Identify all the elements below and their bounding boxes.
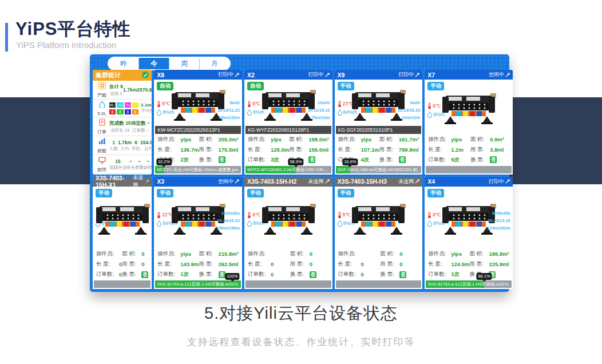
thermometer-icon — [157, 212, 161, 219]
title-accent-bar — [5, 23, 8, 52]
capacity-icon — [94, 81, 109, 92]
device-card: X8 打印中 自动 8℃ 8%rh — [154, 70, 242, 175]
orders-label: 订单数: — [338, 271, 361, 278]
stats-row-cells: 完成数 15 总时长 15 待定数 ~ 订单数 ~ — [109, 120, 150, 133]
ink-value: 799.9ml — [399, 147, 419, 153]
ink-change-badge: 否 — [399, 156, 406, 163]
progress-tooltip: 68.1% — [476, 273, 492, 280]
length-label: 长 度: — [428, 146, 451, 153]
device-status[interactable]: 未连网 — [308, 178, 330, 185]
stats-cell-value: ~ — [126, 159, 135, 164]
area-label: 面 积: — [122, 250, 141, 258]
ink-change-label: 换 墨: — [199, 156, 219, 164]
operator-value: yips — [180, 251, 199, 257]
length-label: 长 度: — [428, 260, 451, 268]
stats-cell-label: 总时长 15 — [109, 128, 130, 133]
device-status[interactable]: 打印中 — [398, 71, 419, 78]
time-tab[interactable]: 周 — [169, 58, 200, 69]
length-label: 长 度: — [338, 146, 361, 153]
ink-change-badge: 否 — [141, 271, 148, 278]
droplet-icon — [427, 220, 432, 227]
mode-badge[interactable]: 手动 — [427, 82, 444, 90]
stats-cell-label: 现场作业 — [109, 165, 126, 171]
stats-row: 5.0L 96.9183.8763.888882.1ml/m²平均墨耗 — [93, 100, 152, 117]
stats-cell-value: ~ — [135, 159, 144, 164]
stats-panel-title: 集群统计 — [96, 71, 121, 80]
area-value: 215.8m² — [219, 251, 239, 257]
orders-value: 1次 — [180, 271, 199, 278]
device-status[interactable]: 打印中 — [489, 178, 510, 185]
page-title: YiPS平台特性 — [15, 17, 131, 41]
side-stat-line: 1h2m42s — [216, 209, 239, 217]
device-status[interactable]: 打印中 — [218, 71, 239, 78]
side-stat-line: 09.34/16.22 — [216, 217, 239, 224]
device-status[interactable]: 打印中 — [308, 71, 330, 78]
ink-label: 用 墨: — [289, 146, 308, 153]
device-info: 操作员: yips 面 积: 0.9m² 长 度: 1.2m 用 墨: 3.8m… — [425, 134, 513, 164]
device-status[interactable]: 空闲中 — [489, 71, 510, 78]
stats-cell: 待定数 ~ 订单数 ~ — [131, 120, 150, 133]
orders-label: 订单数: — [157, 271, 180, 278]
device-card-header: X3 空闲中 — [154, 177, 242, 187]
ink-average: 2.1ml/m²平均墨耗 — [140, 102, 152, 114]
order-icon — [94, 118, 109, 128]
device-info: 操作员: 面 积: 0 长 度: 0 用 墨: 0 订单数: 0 换 墨: 否 — [244, 248, 332, 279]
stats-panel-body: 产能 合计 6 在线 5 1.7km 2570.8m² ~ 平均作业 5.0L … — [93, 81, 152, 175]
side-stat-line: 6m/h — [217, 99, 240, 106]
device-card-header: X3S-7403-15H-H3 未连网 — [335, 177, 423, 187]
caption-title: 5.对接Yili云平台设备状态 — [0, 302, 602, 325]
area-label: 面 积: — [289, 136, 308, 143]
mode-badge[interactable]: 手动 — [338, 189, 354, 197]
stats-cell-value: 6 — [132, 140, 140, 145]
ink-change-label: 换 墨: — [380, 271, 399, 278]
device-card: X3S-7403-15H-H3 未连网 手动 8℃ 8%rh — [335, 177, 423, 289]
print-side-stats: 9h5m45s09.23/19.19123m/202m — [487, 209, 510, 232]
time-tab[interactable]: 月 — [200, 58, 229, 69]
print-progress-bar: SGF-19411-069-hs可撕贴-W208S2324-刻 16.9% — [336, 166, 422, 173]
mode-badge[interactable]: 手动 — [96, 189, 112, 197]
device-card: X2 打印中 自动 8℃ 8%rh — [244, 70, 332, 175]
time-tab[interactable]: 今 — [139, 58, 169, 69]
device-status[interactable]: 未连网 — [398, 178, 419, 185]
stats-cell: 15 现场作业 — [109, 159, 126, 171]
droplet-icon — [157, 220, 161, 227]
device-name: X2 — [247, 72, 255, 78]
operator-label: 操作员: — [96, 250, 119, 258]
area-label: 面 积: — [290, 250, 310, 258]
length-label: 长 度: — [157, 260, 180, 268]
check-circle-icon — [142, 72, 149, 80]
thermometer-icon — [338, 212, 342, 219]
ink-value: 156.0ml — [308, 147, 328, 153]
operator-label: 操作员: — [157, 250, 180, 258]
device-status[interactable]: 空闲中 — [218, 178, 239, 185]
ink-value: 175.5ml — [219, 147, 239, 153]
length-label: 长 度: — [96, 260, 119, 268]
expand-icon — [325, 73, 330, 77]
area-value: 0 — [310, 251, 329, 257]
mode-badge[interactable]: 手动 — [157, 189, 173, 197]
progress-tooltip: 58.9% — [288, 159, 303, 165]
time-range-tabs: 昨今周月 — [108, 57, 231, 70]
orders-value: 0 — [361, 271, 381, 278]
ink-change-badge: 否 — [310, 271, 316, 278]
side-stat-line: 10.11/16.21 — [307, 106, 330, 114]
device-info: 操作员: 面 积: 0 长 度: 0 用 墨: 0 订单数: 0 换 墨: 否 — [93, 248, 152, 279]
ink-label: 用 墨: — [470, 146, 490, 153]
area-value: 0 — [399, 251, 419, 257]
device-card-header: X7 空闲中 — [425, 70, 513, 80]
thermometer-icon — [338, 101, 342, 108]
stats-cell-label: 在线 5 — [109, 91, 123, 97]
mode-badge[interactable]: 手动 — [247, 189, 264, 197]
print-file-name: WYFZ-WY220401-2-hs可撕贴-155+105-... — [247, 166, 330, 173]
job-code-bar: KW-MCFZC20220529S13P1 — [155, 126, 241, 134]
droplet-icon — [338, 220, 342, 227]
area-label: 面 积: — [199, 250, 219, 258]
print-file-name: MCFZC-石头-HS可撕贴-150cm-减墨量.pm — [157, 166, 240, 173]
length-value: 124.5m — [451, 261, 469, 267]
thermometer-icon — [427, 102, 431, 109]
stats-row-label: 订单 — [94, 129, 109, 135]
expand-icon — [415, 73, 419, 77]
mode-badge[interactable]: 手动 — [427, 189, 444, 197]
length-label: 长 度: — [157, 146, 180, 153]
time-tab[interactable]: 昨 — [109, 58, 139, 69]
